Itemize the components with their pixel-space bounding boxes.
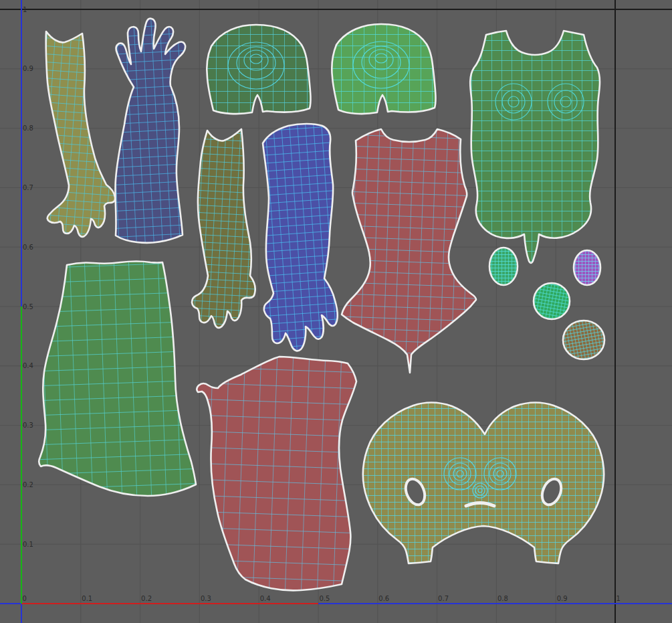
u-tick-label: 0.8 bbox=[497, 595, 508, 602]
v-tick-label: 0.3 bbox=[23, 422, 33, 429]
u-tick-label: 0.6 bbox=[378, 595, 389, 602]
v-tick-label: 0.7 bbox=[23, 184, 33, 191]
u-tick-label: 0.9 bbox=[557, 595, 568, 602]
v-tick-label: 1 bbox=[23, 6, 27, 13]
u-tick-label: 0 bbox=[23, 595, 27, 602]
u-tick-label: 0.5 bbox=[320, 595, 330, 602]
u-tick-label: 0.4 bbox=[260, 595, 271, 602]
v-tick-label: 0.2 bbox=[23, 481, 33, 488]
v-tick-label: 0.8 bbox=[23, 124, 33, 132]
u-tick-label: 0.7 bbox=[438, 595, 449, 602]
u-tick-label: 0.3 bbox=[201, 595, 211, 602]
v-tick-label: 0.6 bbox=[23, 244, 33, 251]
u-tick-label: 0.2 bbox=[141, 595, 152, 602]
uv-editor-canvas[interactable]: 10.90.80.70.60.50.40.30.20.100.10.20.30.… bbox=[0, 0, 672, 623]
u-tick-label: 0.1 bbox=[82, 595, 92, 602]
u-tick-label: 1 bbox=[617, 595, 621, 602]
v-tick-label: 0.1 bbox=[23, 541, 33, 548]
v-tick-label: 0.5 bbox=[23, 303, 33, 310]
uv-editor-viewport[interactable]: 10.90.80.70.60.50.40.30.20.100.10.20.30.… bbox=[0, 0, 672, 623]
v-tick-label: 0.9 bbox=[23, 65, 33, 72]
v-tick-label: 0.4 bbox=[23, 362, 33, 369]
